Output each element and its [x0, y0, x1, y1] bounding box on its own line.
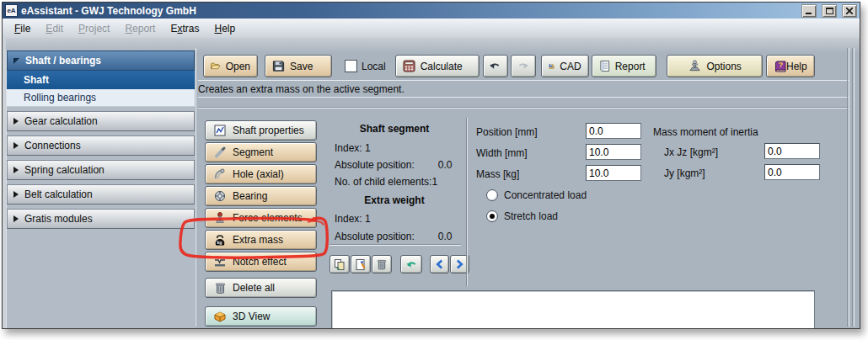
sidebar-section-gratis-modules[interactable]: Gratis modules: [7, 209, 195, 229]
info-label: Absolute position:: [335, 159, 415, 171]
menu-label: eport: [132, 23, 155, 35]
menu-extras[interactable]: Extras: [163, 20, 206, 37]
sidebar-item-rolling-bearings[interactable]: Rolling bearings: [7, 89, 195, 107]
position-input[interactable]: [586, 123, 641, 139]
sidebar-item-shaft[interactable]: Shaft: [7, 71, 195, 89]
tools-icon: [688, 60, 702, 72]
open-label: Open: [226, 61, 250, 72]
options-button[interactable]: Options: [667, 55, 763, 77]
extra-mass-button[interactable]: kg Extra mass: [205, 230, 317, 250]
menu-file[interactable]: File: [7, 20, 38, 37]
hole-axial-button[interactable]: Hole (axial): [205, 164, 317, 184]
sidebar-section-gear-calculation[interactable]: Gear calculation: [7, 111, 195, 131]
paste-button[interactable]: [351, 255, 371, 274]
output-text-area[interactable]: [331, 290, 815, 328]
help-button[interactable]: ? Help: [766, 55, 815, 77]
info-text: No. of child elements:1: [335, 176, 437, 188]
radio-label: Concentrated load: [504, 189, 587, 201]
sidebar-section-label: Belt calculation: [24, 189, 93, 200]
help-book-icon: ?: [774, 61, 781, 72]
undo-change-button[interactable]: [400, 255, 422, 274]
copy-icon: [334, 258, 346, 271]
concentrated-load-radio[interactable]: Concentrated load: [486, 189, 587, 201]
shaft-absolute-position: Absolute position:0.0: [335, 159, 469, 171]
jy-input[interactable]: [764, 164, 820, 180]
bearing-button[interactable]: Bearing: [205, 186, 317, 206]
open-folder-icon: [211, 61, 221, 72]
info-value: 0.0: [438, 159, 453, 171]
section-collapsed-icon: [13, 118, 19, 125]
extra-absolute-position: Absolute position:0.0: [335, 231, 469, 242]
section-expanded-icon: [13, 58, 19, 64]
close-button[interactable]: [842, 4, 857, 18]
window-title: eAssistant - GWJ Technology GmbH: [21, 5, 796, 17]
notch-effect-button[interactable]: Notch effect: [205, 252, 317, 272]
menu-label: ile: [20, 23, 30, 35]
close-icon: [846, 8, 853, 14]
copy-button[interactable]: [330, 255, 350, 274]
extra-mass-icon: kg: [212, 234, 228, 246]
delete-button[interactable]: [372, 255, 392, 274]
radio-unchecked-icon: [486, 189, 498, 201]
chevron-right-icon: [456, 259, 463, 269]
separator: [198, 107, 849, 109]
section-collapsed-icon: [13, 142, 19, 149]
shaft-properties-button[interactable]: Shaft properties: [205, 120, 317, 141]
sidebar-section-connections[interactable]: Connections: [7, 135, 195, 156]
radio-label: Stretch load: [504, 210, 558, 222]
info-value: 0.0: [438, 231, 453, 242]
redo-icon: [517, 61, 529, 71]
local-label: Local: [362, 61, 386, 72]
force-elements-button[interactable]: Force elements: [205, 208, 317, 228]
jxjz-input[interactable]: [764, 143, 820, 159]
save-floppy-icon: [272, 60, 285, 72]
save-button[interactable]: Save: [265, 55, 332, 77]
maximize-icon: [826, 7, 833, 14]
sidebar-section-spring-calculation[interactable]: Spring calculation: [7, 160, 195, 180]
local-checkbox[interactable]: [345, 60, 357, 72]
maximize-button[interactable]: [822, 4, 837, 18]
delete-all-button[interactable]: Delete all: [205, 278, 317, 298]
tool-label: Shaft properties: [233, 125, 304, 136]
segment-mini-toolbar: [330, 255, 470, 274]
sidebar-section-shaft-bearings[interactable]: Shaft / bearings: [7, 50, 195, 71]
separator: [852, 48, 853, 327]
undo-button[interactable]: [483, 55, 508, 77]
sidebar-section-label: Gratis modules: [24, 213, 93, 225]
report-button[interactable]: Report: [592, 55, 656, 77]
menu-help[interactable]: Help: [206, 20, 243, 37]
section-collapsed-icon: [13, 215, 19, 222]
mass-input[interactable]: [586, 165, 641, 181]
minimize-button[interactable]: [801, 4, 817, 18]
jxjz-label: Jx Jz [kgm²]: [664, 146, 718, 158]
position-label: Position [mm]: [476, 126, 538, 138]
menu-label: dit: [52, 23, 63, 35]
menu-label: elp: [222, 23, 235, 35]
window-body: Shaft / bearings Shaft Rolling bearings …: [3, 38, 860, 328]
shaft-child-elements: No. of child elements:1: [335, 176, 469, 188]
3d-box-icon: [212, 311, 228, 322]
tool-label: Extra mass: [233, 234, 283, 246]
sidebar-section-belt-calculation[interactable]: Belt calculation: [7, 184, 195, 205]
shaft-segment-title: Shaft segment: [322, 123, 467, 135]
separator: [196, 48, 196, 327]
sidebar-section-label: Spring calculation: [24, 164, 104, 176]
stretch-load-radio[interactable]: Stretch load: [486, 210, 558, 222]
segment-button[interactable]: Segment: [205, 142, 317, 162]
calculate-button[interactable]: Calculate: [395, 55, 480, 77]
main-toolbar: Open Save Local Calculate: [203, 55, 815, 77]
open-button[interactable]: Open: [203, 55, 258, 77]
cad-button[interactable]: CAD: [541, 55, 589, 77]
hole-axial-icon: [212, 168, 228, 180]
width-input[interactable]: [586, 144, 641, 160]
section-collapsed-icon: [13, 167, 19, 173]
cad-label: CAD: [560, 61, 581, 72]
3d-view-button[interactable]: 3D View: [205, 306, 317, 327]
previous-element-button[interactable]: [430, 255, 449, 274]
redo-button: [511, 55, 536, 77]
separator: [330, 244, 461, 246]
menu-label: H: [214, 23, 222, 35]
tool-label: Segment: [233, 146, 273, 158]
local-checkbox-row: Local: [343, 55, 388, 77]
paste-icon: [355, 258, 367, 271]
